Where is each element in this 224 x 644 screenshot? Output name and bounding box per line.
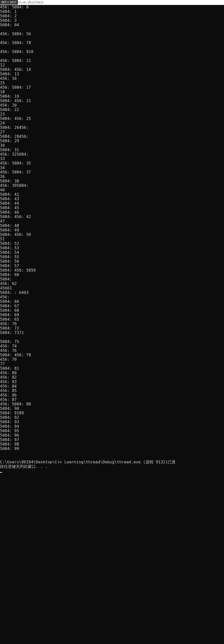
console-output[interactable]: 456: 5084: 0 5084: 1 5084: 2 5084: 3 508… — [0, 5, 224, 639]
console-lines: 456: 5084: 0 5084: 1 5084: 2 5084: 3 508… — [0, 5, 36, 451]
cursor — [0, 472, 2, 473]
dimension-badge: 907 × 1017 — [0, 0, 18, 4]
exit-status-line: C:\Users\86184\Desktop\C++ Learning\thre… — [0, 460, 176, 464]
press-any-key-prompt: 按任意键关闭此窗口. . . — [0, 464, 47, 469]
window-titlebar: ft Visual Studio 调试控制台 — [0, 0, 224, 5]
